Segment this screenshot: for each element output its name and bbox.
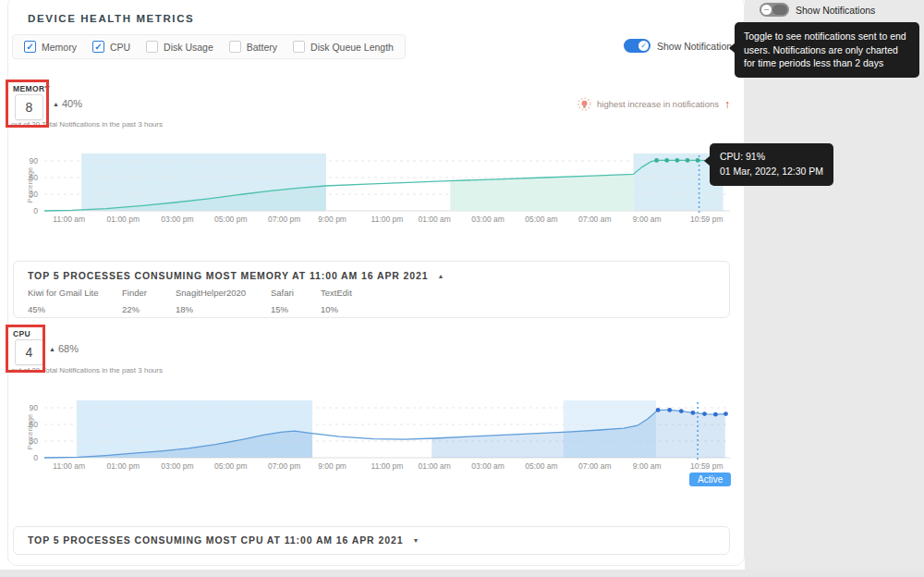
process-value: 45%: [28, 304, 122, 314]
page-title: DEVICE HEALTH METRICS: [28, 13, 194, 24]
tooltip-arrow-icon: [729, 43, 736, 54]
filter-battery[interactable]: ✓ Battery: [229, 41, 277, 53]
svg-text:05:00 pm: 05:00 pm: [214, 461, 247, 471]
cpu-increase-pct: 68%: [58, 343, 79, 354]
svg-text:11:00 pm: 11:00 pm: [371, 215, 404, 224]
tooltip-value: CPU: 91%: [720, 150, 823, 165]
svg-text:05:00 am: 05:00 am: [525, 215, 557, 224]
show-notifications-toggle-off[interactable]: –: [760, 3, 789, 17]
cpu-increase: ▲ 68%: [49, 343, 79, 354]
checkbox-icon[interactable]: ✓: [293, 41, 305, 53]
process-name: Finder: [122, 288, 176, 298]
filter-cpu[interactable]: ✓ CPU: [92, 41, 130, 53]
top5-cpu-panel: TOP 5 PROCESSES CONSUMING MOST CPU AT 11…: [13, 526, 730, 555]
checkbox-icon[interactable]: ✓: [229, 41, 241, 53]
process-value: 15%: [271, 304, 321, 314]
svg-text:01:00 am: 01:00 am: [418, 215, 450, 224]
svg-text:11:00 am: 11:00 am: [53, 215, 85, 224]
highest-increase-label: highest increase in notifications: [597, 99, 719, 109]
checkbox-icon[interactable]: ✓: [146, 41, 158, 53]
checkbox-checked-icon[interactable]: ✓: [92, 41, 104, 53]
svg-text:10:59 pm: 10:59 pm: [690, 215, 723, 224]
arrow-up-icon: ▲: [53, 101, 59, 107]
svg-text:01:00 am: 01:00 am: [418, 461, 450, 471]
svg-text:05:00 am: 05:00 am: [525, 461, 557, 471]
cpu-usage-chart[interactable]: 030609011:00 am01:00 pm03:00 pm05:00 pm0…: [26, 397, 736, 473]
red-arrow-up-icon: ↑: [724, 98, 730, 111]
svg-text:07:00 am: 07:00 am: [578, 215, 611, 224]
notifications-tooltip: Toggle to see notifications sent to end …: [735, 22, 919, 78]
svg-text:05:00 pm: 05:00 pm: [214, 215, 247, 224]
toggle-label: Show Notifications: [796, 5, 875, 16]
tooltip-arrow-icon: [704, 155, 711, 166]
svg-text:07:00 pm: 07:00 pm: [268, 215, 300, 224]
svg-text:07:00 am: 07:00 am: [578, 461, 611, 471]
svg-text:10:59 pm: 10:59 pm: [690, 461, 723, 471]
filter-label: CPU: [110, 42, 130, 53]
svg-text:03:00 pm: 03:00 pm: [161, 461, 193, 471]
process-name: TextEdit: [321, 288, 352, 298]
svg-text:11:00 am: 11:00 am: [53, 461, 85, 471]
minus-icon: –: [761, 5, 772, 15]
check-icon: ✓: [638, 41, 649, 51]
svg-text:Percentage: Percentage: [26, 167, 34, 203]
top5-cpu-header[interactable]: TOP 5 PROCESSES CONSUMING MOST CPU AT 11…: [14, 527, 729, 549]
process-value: 10%: [321, 304, 352, 314]
chevron-down-icon: ▼: [412, 537, 419, 544]
svg-text:03:00 am: 03:00 am: [471, 461, 504, 471]
memory-usage-chart[interactable]: 030609011:00 am01:00 pm03:00 pm05:00 pm0…: [26, 150, 736, 226]
top5-memory-processes: Kiwi for Gmail Lite 45% Finder 22% Snagi…: [14, 285, 729, 314]
memory-increase-pct: 40%: [62, 98, 82, 109]
top5-memory-panel: TOP 5 PROCESSES CONSUMING MOST MEMORY AT…: [13, 261, 730, 318]
svg-text:03:00 am: 03:00 am: [471, 215, 504, 224]
svg-text:9:00 pm: 9:00 pm: [318, 215, 346, 224]
process-item: Kiwi for Gmail Lite 45%: [28, 288, 122, 314]
tooltip-time: 01 Mar, 2022, 12:30 PM: [720, 165, 823, 179]
process-item: SnagitHelper2020 18%: [176, 288, 271, 314]
show-notifications-toggle-on[interactable]: ✓: [624, 39, 650, 53]
svg-text:07:00 pm: 07:00 pm: [268, 461, 300, 471]
svg-text:0: 0: [33, 453, 38, 462]
process-value: 22%: [122, 304, 176, 314]
process-name: Kiwi for Gmail Lite: [28, 288, 122, 298]
svg-text:01:00 pm: 01:00 pm: [107, 215, 140, 224]
top5-cpu-title: TOP 5 PROCESSES CONSUMING MOST CPU AT 11…: [28, 534, 403, 546]
process-item: TextEdit 10%: [321, 288, 352, 314]
checkbox-checked-icon[interactable]: ✓: [24, 41, 36, 53]
filter-disk-usage[interactable]: ✓ Disk Usage: [146, 41, 213, 53]
filter-disk-queue-length[interactable]: ✓ Disk Queue Length: [293, 41, 394, 53]
process-item: Safari 15%: [271, 288, 321, 314]
top5-memory-header[interactable]: TOP 5 PROCESSES CONSUMING MOST MEMORY AT…: [14, 262, 729, 285]
svg-text:9:00 am: 9:00 am: [633, 461, 662, 471]
metric-filter-bar: ✓ Memory ✓ CPU ✓ Disk Usage ✓ Battery ✓ …: [12, 34, 406, 59]
cpu-annotation-box: [6, 325, 45, 373]
svg-text:0: 0: [33, 206, 38, 215]
filter-memory[interactable]: ✓ Memory: [24, 41, 77, 53]
svg-text:03:00 pm: 03:00 pm: [161, 215, 193, 224]
filter-label: Disk Usage: [164, 42, 213, 53]
memory-increase: ▲ 40%: [53, 98, 82, 109]
process-name: Safari: [271, 288, 321, 298]
filter-label: Disk Queue Length: [310, 42, 394, 53]
chevron-up-icon: ▲: [438, 273, 444, 279]
memory-annotation-box: [6, 80, 49, 128]
chart-hover-tooltip: CPU: 91% 01 Mar, 2022, 12:30 PM: [710, 143, 833, 186]
page-background-strip: [0, 570, 924, 577]
lightbulb-icon: [578, 97, 591, 111]
arrow-up-icon: ▲: [49, 346, 55, 352]
highest-increase-badge: highest increase in notifications ↑: [578, 97, 730, 111]
filter-label: Battery: [247, 42, 277, 53]
svg-text:11:00 pm: 11:00 pm: [371, 461, 404, 471]
svg-text:01:00 pm: 01:00 pm: [107, 461, 140, 471]
svg-text:90: 90: [30, 403, 39, 412]
svg-text:90: 90: [30, 156, 39, 166]
toggle-label: Show Notifications: [657, 41, 736, 52]
process-name: SnagitHelper2020: [176, 288, 271, 298]
svg-text:9:00 am: 9:00 am: [633, 215, 662, 224]
device-health-screen: – Show Notifications DEVICE HEALTH METRI…: [0, 0, 924, 577]
filter-label: Memory: [42, 42, 77, 53]
top5-memory-title: TOP 5 PROCESSES CONSUMING MOST MEMORY AT…: [28, 270, 429, 281]
process-item: Finder 22%: [122, 288, 176, 314]
svg-text:9:00 pm: 9:00 pm: [318, 461, 346, 471]
svg-text:Percentage: Percentage: [26, 414, 34, 449]
